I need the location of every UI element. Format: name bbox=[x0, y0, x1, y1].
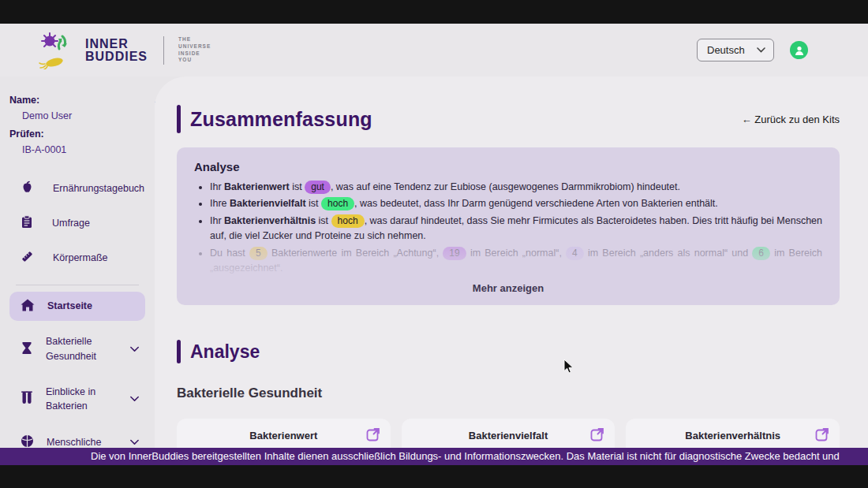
analysis-section-header: Analyse bbox=[177, 340, 840, 363]
sidebar-tool-label: Körpermaße bbox=[53, 252, 107, 263]
sidebar-tool-ernährungstagebuch[interactable]: Ernährungstagebuch bbox=[0, 171, 155, 206]
section-accent-bar bbox=[177, 340, 181, 363]
page-title: Zusammenfassung bbox=[190, 108, 372, 131]
sidebar-tools: ErnährungstagebuchUmfrageKörpermaße bbox=[0, 171, 155, 275]
summary-bullet: Du hast 5 Bakterienwerte im Bereich „Ach… bbox=[210, 246, 822, 277]
sidebar-name-label: Name: bbox=[0, 92, 155, 107]
bullet-text: im Bereich „anders als normal“ und bbox=[584, 248, 753, 259]
sidebar-nav: StartseiteBakterielle GesundheitEinblick… bbox=[0, 292, 155, 457]
screen: INNER BUDDIES THEUNIVERSEINSIDEYOU Deuts… bbox=[0, 0, 868, 488]
sidebar-tool-körpermaße[interactable]: Körpermaße bbox=[0, 240, 155, 275]
sidebar-name-value: Demo User bbox=[0, 107, 155, 126]
disclaimer-banner: Die von InnerBuddies bereitgestellten In… bbox=[0, 448, 868, 465]
disclaimer-text: Die von InnerBuddies bereitgestellten In… bbox=[0, 448, 868, 464]
bullet-text: Bakterienwerte im Bereich „Achtung“, bbox=[268, 248, 443, 259]
sidebar-item-einblicke-in-bakterien[interactable]: Einblicke in Bakterien bbox=[9, 378, 145, 422]
bullet-keyword: Bakterienwert bbox=[224, 181, 290, 192]
summary-bullets: Ihr Bakterienwert ist gut, was auf eine … bbox=[194, 180, 822, 276]
show-more-button[interactable]: Mehr anzeigen bbox=[473, 282, 544, 294]
brand-wordmark: INNER BUDDIES bbox=[85, 38, 148, 63]
bullet-keyword: Bakterienvielfalt bbox=[230, 198, 306, 209]
bullet-text: , was bedeutet, dass Ihr Darm genügend v… bbox=[354, 198, 718, 209]
innerbuddies-logo-icon bbox=[38, 32, 77, 69]
sidebar: Name: Demo User Prüfen: IB-A-0001 Ernähr… bbox=[0, 76, 155, 465]
home-icon bbox=[21, 299, 35, 314]
metric-card-title: Bakterienwert bbox=[177, 419, 391, 441]
user-avatar[interactable] bbox=[790, 41, 808, 59]
bullet-text: ist bbox=[316, 215, 331, 226]
bullet-text: Du hast bbox=[210, 248, 249, 259]
bullet-text: Ihr bbox=[210, 181, 224, 192]
analysis-section-title: Analyse bbox=[190, 341, 260, 363]
sidebar-divider bbox=[16, 285, 139, 285]
bullet-text: ist bbox=[290, 181, 305, 192]
app-window: INNER BUDDIES THEUNIVERSEINSIDEYOU Deuts… bbox=[0, 24, 868, 465]
brand-tagline: THEUNIVERSEINSIDEYOU bbox=[178, 36, 211, 64]
status-badge: 19 bbox=[443, 247, 466, 260]
sidebar-tool-umfrage[interactable]: Umfrage bbox=[0, 206, 155, 240]
sidebar-item-label: Startseite bbox=[47, 299, 117, 314]
external-link-icon bbox=[365, 427, 381, 442]
test-tubes-icon bbox=[21, 391, 33, 407]
status-badge: 4 bbox=[566, 247, 584, 260]
sidebar-item-label: Bakterielle Gesundheit bbox=[46, 334, 105, 364]
letterbox-bottom bbox=[0, 465, 868, 488]
chevron-down-icon bbox=[757, 47, 765, 53]
sidebar-item-label: Einblicke in Bakterien bbox=[46, 385, 105, 415]
sidebar-collapse-button[interactable]: ‹ bbox=[155, 81, 170, 116]
clipboard-icon bbox=[21, 215, 33, 231]
sidebar-tool-label: Ernährungstagebuch bbox=[53, 183, 144, 194]
sidebar-kit-label: Prüfen: bbox=[0, 126, 155, 141]
bullet-text: Ihr bbox=[210, 215, 224, 226]
summary-bullet: Ihre Bakterienvielfalt ist hoch, was bed… bbox=[210, 196, 822, 211]
letterbox-top bbox=[0, 0, 868, 24]
logo-divider bbox=[163, 36, 164, 65]
app-header: INNER BUDDIES THEUNIVERSEINSIDEYOU Deuts… bbox=[0, 24, 868, 76]
hourglass-icon bbox=[21, 341, 33, 357]
back-to-kits-link[interactable]: ← Zurück zu den Kits bbox=[742, 114, 840, 125]
bullet-keyword: Bakterienverhältnis bbox=[224, 215, 316, 226]
sidebar-item-bakterielle-gesundheit[interactable]: Bakterielle Gesundheit bbox=[9, 327, 145, 371]
summary-card-title: Analyse bbox=[194, 160, 822, 173]
title-accent-bar bbox=[177, 105, 181, 133]
status-badge: gut bbox=[305, 181, 331, 194]
page-title-row: Zusammenfassung ← Zurück zu den Kits bbox=[177, 105, 840, 133]
brand-logo: INNER BUDDIES THEUNIVERSEINSIDEYOU bbox=[38, 32, 211, 69]
language-select-value: Deutsch bbox=[707, 44, 745, 56]
ruler-icon bbox=[21, 250, 34, 266]
status-badge: 5 bbox=[249, 247, 268, 260]
analysis-summary-card: Analyse Ihr Bakterienwert ist gut, was a… bbox=[177, 147, 840, 305]
main-content: ‹ Zusammenfassung ← Zurück zu den Kits A… bbox=[155, 76, 868, 465]
workarea: Name: Demo User Prüfen: IB-A-0001 Ernähr… bbox=[0, 76, 868, 465]
apple-icon bbox=[21, 181, 34, 196]
bullet-text: , was auf eine Tendenz zur Eubiose (ausg… bbox=[331, 181, 680, 192]
chevron-down-icon bbox=[130, 439, 139, 445]
chevron-down-icon bbox=[130, 346, 139, 352]
chevron-down-icon bbox=[130, 396, 139, 402]
metric-card-title: Bakterienverhältnis bbox=[626, 419, 840, 441]
bullet-text: ist bbox=[306, 198, 321, 209]
brand-line1: INNER bbox=[85, 38, 148, 50]
status-badge: hoch bbox=[331, 214, 365, 228]
language-select[interactable]: Deutsch bbox=[697, 39, 774, 61]
sidebar-tool-label: Umfrage bbox=[52, 218, 90, 229]
metric-card-title: Bakterienvielfalt bbox=[402, 419, 615, 441]
summary-bullet: Ihr Bakterienwert ist gut, was auf eine … bbox=[210, 180, 822, 195]
external-link-icon bbox=[589, 427, 605, 442]
bacterial-health-subtitle: Bakterielle Gesundheit bbox=[177, 386, 840, 401]
sidebar-kit-value: IB-A-0001 bbox=[0, 141, 155, 160]
sidebar-item-startseite[interactable]: Startseite bbox=[9, 292, 145, 321]
external-link-icon bbox=[814, 427, 830, 442]
status-badge: 6 bbox=[752, 247, 770, 260]
header-controls: Deutsch bbox=[697, 39, 808, 61]
person-icon bbox=[794, 45, 805, 56]
summary-bullet: Ihr Bakterienverhältnis ist hoch, was da… bbox=[210, 214, 822, 244]
status-badge: hoch bbox=[321, 197, 354, 210]
brand-line2: BUDDIES bbox=[85, 50, 148, 63]
bullet-text: Ihre bbox=[210, 198, 230, 209]
bullet-text: im Bereich „normal“, bbox=[466, 248, 566, 259]
